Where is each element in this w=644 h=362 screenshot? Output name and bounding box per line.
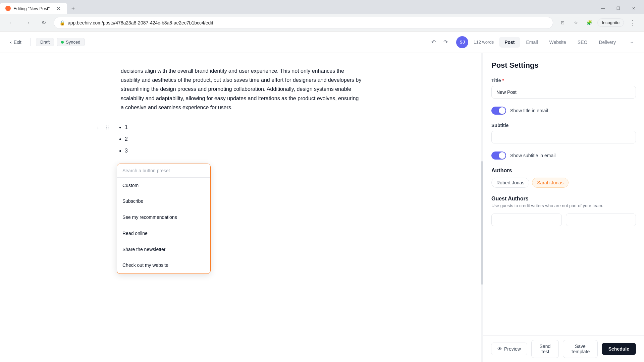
lock-icon: 🔒 [59, 20, 65, 25]
forward-button[interactable]: → [21, 17, 34, 29]
add-block-button[interactable]: + [94, 124, 102, 132]
button-preset-dropdown-wrapper: Custom Subscribe See my recommendations … [117, 164, 362, 173]
editor-content: decisions align with the overall brand i… [121, 66, 362, 173]
close-button[interactable]: ✕ [626, 3, 641, 14]
minimize-button[interactable]: — [595, 3, 610, 14]
guest-authors-description: Use guests to credit writers who are not… [491, 203, 636, 208]
toggle-thumb-subtitle [499, 152, 505, 159]
profile-button[interactable]: Incognito [597, 18, 624, 27]
bottom-action-bar: 👁 Preview Send Test Save Template Schedu… [483, 336, 644, 362]
url-text: app.beehiiv.com/posts/478a23a8-2087-424c… [68, 20, 547, 25]
show-subtitle-toggle-row: Show subtitle in email [491, 152, 636, 160]
toolbar-divider [30, 38, 31, 46]
author-robert-jonas[interactable]: Robert Jonas [491, 178, 529, 188]
preset-share-newsletter[interactable]: Share the newsletter [117, 242, 210, 258]
show-subtitle-label: Show subtitle in email [510, 153, 555, 158]
guest-authors-label: Guest Authors [491, 196, 636, 202]
synced-dot [61, 41, 64, 44]
bookmark-icon-button[interactable]: ☆ [571, 17, 581, 28]
preset-read-online[interactable]: Read online [117, 226, 210, 242]
preview-button[interactable]: 👁 Preview [491, 343, 527, 355]
editor-paragraph: decisions align with the overall brand i… [121, 66, 362, 112]
undo-button[interactable]: ↶ [428, 37, 439, 48]
word-count: 112 words [474, 40, 494, 45]
save-template-button[interactable]: Save Template [563, 340, 598, 358]
synced-badge: Synced [57, 38, 85, 46]
show-title-toggle-row: Show title in email [491, 107, 636, 115]
back-button[interactable]: ← [5, 17, 17, 29]
guest-author-first-input[interactable] [491, 214, 562, 226]
drag-block-button[interactable]: ⠿ [103, 124, 111, 132]
address-bar: ← → ↻ 🔒 app.beehiiv.com/posts/478a23a8-2… [0, 14, 644, 32]
bottom-spacer [491, 234, 636, 261]
required-indicator: * [502, 78, 504, 83]
preset-recommendations[interactable]: See my recommendations [117, 209, 210, 226]
undo-redo-group: ↶ ↷ [428, 37, 451, 48]
subtitle-field-label: Subtitle [491, 123, 636, 128]
preview-label: Preview [504, 346, 521, 352]
redo-button[interactable]: ↷ [440, 37, 451, 48]
cast-icon-button[interactable]: ⊡ [557, 17, 568, 28]
tab-website[interactable]: Website [544, 37, 572, 48]
restore-button[interactable]: ❐ [610, 3, 626, 14]
send-test-button[interactable]: Send Test [531, 340, 559, 358]
tab-delivery[interactable]: Delivery [593, 37, 621, 48]
authors-label: Authors [491, 168, 636, 174]
browser-menu-button[interactable]: ⋮ [627, 17, 639, 29]
preset-check-website[interactable]: Check out my website [117, 257, 210, 274]
bullet-list: 1 2 3 [117, 123, 362, 156]
editor-area[interactable]: decisions align with the overall brand i… [0, 53, 483, 362]
subtitle-field-group: Subtitle [491, 123, 636, 143]
collapse-panel-button[interactable]: → [627, 37, 637, 48]
subtitle-input[interactable] [491, 131, 636, 143]
top-tabs: Post Email Website SEO Delivery [499, 37, 621, 48]
guest-authors-group: Guest Authors Use guests to credit write… [491, 196, 636, 226]
eye-icon: 👁 [497, 346, 502, 352]
user-avatar-button[interactable]: SJ [456, 36, 468, 48]
author-sarah-jonas[interactable]: Sarah Jonas [532, 178, 569, 188]
new-tab-button[interactable]: + [68, 4, 78, 13]
block-wrapper: + ⠿ 1 2 3 Custom Subscribe [94, 123, 362, 173]
profile-label: Incognito [602, 20, 620, 25]
synced-label: Synced [66, 40, 80, 45]
guest-authors-inputs [491, 214, 636, 226]
preset-subscribe[interactable]: Subscribe [117, 193, 210, 209]
title-field-group: Title * [491, 78, 636, 99]
guest-author-last-input[interactable] [566, 214, 636, 226]
block-controls: + ⠿ [94, 124, 111, 132]
browser-tab[interactable]: Editing "New Post" ✕ [0, 3, 67, 14]
panel-title: Post Settings [491, 61, 636, 70]
list-item-3: 3 [125, 146, 362, 155]
right-panel: Post Settings Title * Show title in emai… [483, 53, 644, 362]
tab-favicon [5, 6, 11, 11]
refresh-button[interactable]: ↻ [38, 17, 50, 29]
preset-custom[interactable]: Custom [117, 178, 210, 194]
status-group: Draft Synced [36, 38, 85, 46]
title-input[interactable] [491, 86, 636, 99]
exit-button[interactable]: ‹ Exit [7, 38, 25, 47]
preset-search-input[interactable] [117, 164, 210, 178]
save-template-label: Save Template [571, 344, 590, 354]
tab-post[interactable]: Post [499, 37, 520, 48]
authors-row: Robert Jonas Sarah Jonas [491, 178, 636, 188]
show-subtitle-toggle[interactable] [491, 152, 506, 160]
exit-label: Exit [14, 40, 21, 45]
send-test-label: Send Test [540, 344, 551, 354]
extension-icon-button[interactable]: 🧩 [584, 17, 595, 28]
schedule-button[interactable]: Schedule [602, 343, 636, 355]
show-title-label: Show title in email [510, 108, 548, 113]
show-title-toggle[interactable] [491, 107, 506, 115]
tab-seo[interactable]: SEO [572, 37, 593, 48]
title-field-label: Title * [491, 78, 636, 83]
tab-close-button[interactable]: ✕ [55, 5, 62, 12]
app-toolbar: ‹ Exit Draft Synced ↶ ↷ SJ 112 words Pos… [0, 32, 644, 53]
authors-group: Authors Robert Jonas Sarah Jonas [491, 168, 636, 188]
list-item-2: 2 [125, 134, 362, 143]
avatar-initials: SJ [460, 40, 465, 45]
toggle-thumb [499, 107, 505, 114]
button-preset-dropdown: Custom Subscribe See my recommendations … [117, 164, 211, 274]
tab-email[interactable]: Email [521, 37, 543, 48]
draft-badge: Draft [36, 38, 54, 46]
url-bar[interactable]: 🔒 app.beehiiv.com/posts/478a23a8-2087-42… [54, 17, 553, 29]
chevron-left-icon: ‹ [10, 40, 12, 45]
